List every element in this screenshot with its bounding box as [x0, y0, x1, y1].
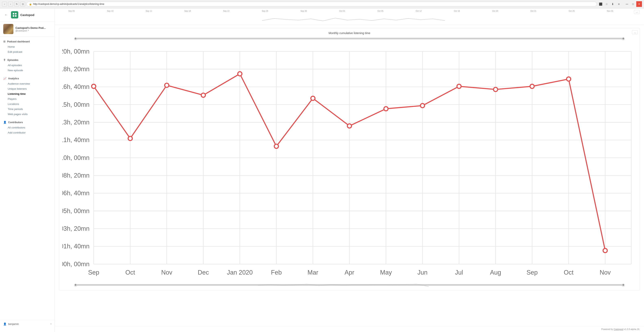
svg-text:15h, 00mn: 15h, 00mn [62, 101, 90, 108]
sidebar-item-home[interactable]: Home [0, 44, 55, 49]
footer-version: v1.0.0-alpha.16. [623, 328, 640, 331]
range-handle-left-bottom[interactable] [74, 284, 77, 286]
top-chart-partial: Sep 05 Sep 10 Sep 11 Sep 18 Sep 22 Sep 2… [55, 8, 644, 25]
podcast-thumb-img [3, 24, 14, 34]
menu-button[interactable]: ≡ [616, 1, 621, 6]
range-slider-top[interactable] [74, 37, 624, 40]
svg-rect-0 [13, 13, 14, 14]
chart-area: Monthly cumulative listening time 00h, 0… [55, 25, 644, 326]
svg-point-50 [238, 72, 242, 76]
svg-text:10h, 00mn: 10h, 00mn [62, 154, 90, 161]
section-analytics: 📈 Analytics Audience overview Unique lis… [0, 74, 55, 117]
sidebar-item-unique-listeners[interactable]: Unique listeners [0, 86, 55, 91]
svg-text:13h, 20mn: 13h, 20mn [62, 119, 90, 126]
app-name: Castopod [20, 13, 34, 17]
svg-text:Sep: Sep [526, 269, 538, 276]
sidebar-item-edit-podcast[interactable]: Edit podcast [0, 49, 55, 54]
svg-point-46 [92, 84, 96, 88]
svg-text:11h, 40mn: 11h, 40mn [62, 136, 90, 143]
sidebar-item-audience-overview[interactable]: Audience overview [0, 81, 55, 86]
podcast-thumbnail [3, 24, 14, 34]
app-footer: Powered by Castopod v1.0.0-alpha.16. [55, 326, 644, 332]
browser-chrome: ‹ › ↻ ⊡ 🔒 http://castopod.demo/cp-admin/… [0, 0, 644, 8]
svg-point-58 [530, 84, 534, 88]
bookmark-button[interactable]: ☆ [604, 1, 609, 6]
user-icon: 👤 [3, 323, 6, 326]
address-bar[interactable]: 🔒 http://castopod.demo/cp-admin/podcasts… [26, 1, 597, 6]
sidebar-item-web-pages-visits[interactable]: Web pages visits [0, 112, 55, 117]
svg-text:Nov: Nov [161, 269, 172, 276]
svg-text:01h, 40mn: 01h, 40mn [62, 243, 90, 250]
svg-point-60 [603, 248, 608, 253]
svg-text:08h, 20mn: 08h, 20mn [62, 172, 90, 179]
app-icon [11, 11, 18, 18]
sidebar-more-icon: • [50, 323, 52, 326]
svg-text:Dec: Dec [198, 269, 209, 276]
home-button[interactable]: ⊡ [20, 1, 25, 6]
partial-chart-area: Sep 05 Sep 10 Sep 11 Sep 18 Sep 22 Sep 2… [58, 8, 641, 24]
svg-point-56 [457, 84, 461, 88]
range-handle-left[interactable] [74, 37, 77, 40]
url-display: http://castopod.demo/cp-admin/podcasts/1… [33, 3, 594, 5]
sidebar-footer: 👤 benjamin • [0, 320, 55, 328]
svg-text:Sep: Sep [88, 269, 99, 276]
close-button[interactable]: ✕ [636, 1, 642, 7]
svg-point-54 [384, 107, 388, 111]
section-title-podcast-dashboard: ⊞ Podcast dashboard [0, 39, 55, 44]
svg-point-51 [274, 144, 278, 149]
range-track-bottom [74, 284, 624, 286]
svg-text:Jun: Jun [418, 269, 428, 276]
svg-point-57 [494, 87, 498, 92]
back-button[interactable]: ‹ [2, 1, 7, 6]
svg-text:03h, 20mn: 03h, 20mn [62, 225, 90, 232]
range-handle-right-bottom[interactable] [622, 284, 625, 286]
svg-point-47 [128, 136, 132, 141]
svg-point-55 [420, 103, 424, 108]
section-title-episodes: 🎙 Episodes [0, 58, 55, 63]
sidebar-item-time-periods[interactable]: Time periods [0, 106, 55, 112]
sidebar-item-locations[interactable]: Locations [0, 101, 55, 106]
sidebar-item-listening-time[interactable]: Listening time [0, 91, 55, 96]
range-slider-bottom[interactable] [74, 284, 624, 286]
section-title-analytics: 📈 Analytics [0, 76, 55, 81]
sidebar-item-all-episodes[interactable]: All episodes [0, 63, 55, 68]
section-podcast-dashboard: ⊞ Podcast dashboard Home Edit podcast [0, 37, 55, 55]
top-chart-options-button[interactable]: ... [634, 10, 640, 14]
svg-point-59 [566, 77, 571, 81]
svg-text:Apr: Apr [344, 269, 354, 276]
sidebar-item-all-contributors[interactable]: All contributors [0, 125, 55, 130]
partial-x-labels: Sep 05 Sep 10 Sep 11 Sep 18 Sep 22 Sep 2… [68, 10, 641, 12]
sidebar: ← Castopod Castopod's Demo Pod... @casto… [0, 8, 55, 332]
chart-options-button[interactable]: ... [632, 30, 638, 34]
svg-text:06h, 40mn: 06h, 40mn [62, 190, 90, 197]
maximize-button[interactable]: □ [630, 1, 636, 7]
svg-text:00h, 00mn: 00h, 00mn [62, 261, 90, 268]
section-episodes: 🎙 Episodes All episodes New episode [0, 55, 55, 74]
footer-link[interactable]: Castopod [614, 328, 623, 331]
podcast-name: Castopod's Demo Pod... [16, 26, 50, 29]
sidebar-item-players[interactable]: Players [0, 96, 55, 101]
download-button[interactable]: ⬇ [610, 1, 615, 6]
sidebar-user: 👤 benjamin [3, 323, 19, 326]
svg-text:18h, 20mn: 18h, 20mn [62, 65, 90, 73]
svg-rect-1 [15, 13, 16, 14]
chart-title: Monthly cumulative listening time [62, 31, 636, 35]
favicon-icon: 🔒 [29, 3, 32, 5]
chart-container: 00h, 00mn 01h, 40mn 03h, 20mn 05h, 00mn … [62, 42, 636, 282]
forward-button[interactable]: › [8, 1, 13, 6]
sidebar-item-new-episode[interactable]: New episode [0, 68, 55, 73]
svg-text:Nov: Nov [600, 269, 611, 276]
sidebar-item-add-contributor[interactable]: Add contributor [0, 130, 55, 135]
main-content: Sep 05 Sep 10 Sep 11 Sep 18 Sep 22 Sep 2… [55, 8, 644, 332]
range-handle-right[interactable] [622, 37, 625, 40]
svg-point-52 [311, 96, 315, 100]
svg-text:Oct: Oct [125, 269, 135, 276]
dashboard-icon: ⊞ [3, 40, 6, 43]
browser-toolbar: ‹ › ↻ ⊡ 🔒 http://castopod.demo/cp-admin/… [0, 0, 644, 8]
reload-button[interactable]: ↻ [14, 1, 19, 6]
sidebar-back-button[interactable]: ← [3, 12, 9, 17]
screenshot-button[interactable]: ⬛ [598, 1, 603, 6]
minimize-button[interactable]: — [624, 1, 630, 7]
svg-point-53 [348, 124, 352, 128]
svg-rect-3 [15, 15, 16, 17]
